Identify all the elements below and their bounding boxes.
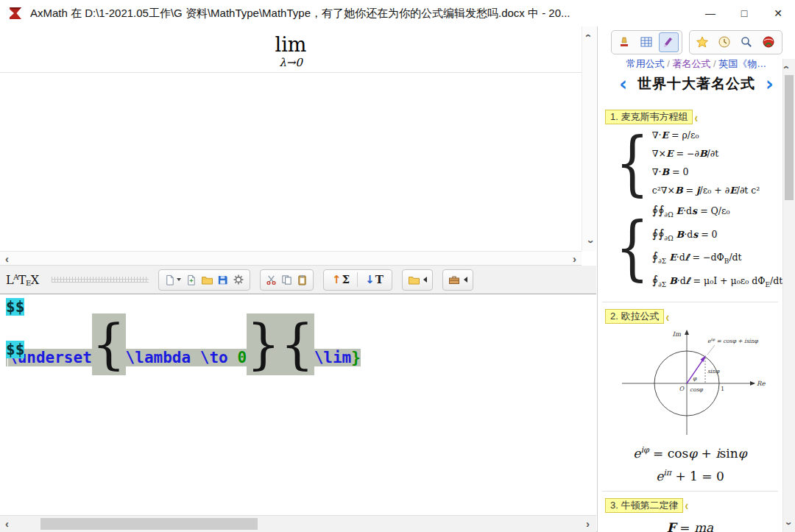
open-file-button[interactable] [199,271,215,288]
scroll-left-icon[interactable]: ‹ [5,518,9,529]
save-icon [217,274,228,285]
maxwell-equation: ∮∮∂Ω E·ds = Q/ε₀ [652,201,782,224]
cos-label: cosφ [690,386,704,393]
table-button[interactable] [637,32,657,52]
table-icon [640,35,653,49]
to-text-button[interactable]: ↓ T [360,271,389,288]
sidebar-tab[interactable]: 常用公式 [626,58,665,69]
scroll-down-icon[interactable]: ‹ [584,240,595,244]
sidebar-scrollbar[interactable]: ‹ ‹ [782,59,795,532]
section-tag-newton[interactable]: 3. 牛顿第二定律 ‹ [605,498,782,513]
preview-vertical-scrollbar[interactable]: ‹ ‹ [582,26,596,251]
latex-source-editor[interactable]: $$\underset{\lambda \to 0}{\lim}$$ [0,294,596,515]
brace-decoration: { [615,212,649,282]
save-button[interactable] [215,271,230,288]
tag-label[interactable]: 2. 欧拉公式 [605,309,664,324]
formula-item[interactable]: F = ma [598,520,782,532]
editor-line: \underset{\lambda \to 0}{\lim} [6,318,596,339]
close-button[interactable]: ✕ [761,0,795,26]
logo-letter: L [6,273,13,287]
maximize-button[interactable]: □ [727,0,761,26]
toolbar-grip [52,277,149,283]
formula-folder-button[interactable] [402,269,433,291]
paste-button[interactable] [294,271,310,288]
sigma-label: Σ [342,273,350,286]
stamp-button[interactable] [615,32,635,52]
search-button[interactable] [737,32,757,52]
logo-letter: A [13,273,18,281]
brace-decoration: { [615,127,649,197]
new-document-icon [186,274,197,285]
symbols-toolbox-button[interactable] [442,269,473,291]
down-arrow-icon: ↓ [365,273,375,286]
marker-icon [662,35,675,49]
minimize-button[interactable]: — [693,0,727,26]
collection-title: 世界十大著名公式 [637,74,755,93]
maxwell-differential-formula[interactable]: { ∇·E = ρ/ε₀∇×E = −∂B/∂t∇·B = 0c²∇×B = j… [615,126,782,199]
maxwell-equation: ∮∂Σ E·dℓ = −dΦB/dt [652,247,782,271]
latex-token: \to [200,349,228,366]
online-library-button[interactable] [759,32,779,52]
preview-horizontal-scrollbar[interactable]: ‹ › [0,251,582,266]
scissors-icon [266,274,277,285]
library-toolbar [598,26,795,57]
euler-circle-diagram[interactable]: Im Re O 1 φ cosφ sinφ eiφ = cosφ + isinφ [613,327,768,438]
insert-template-button[interactable] [162,271,183,288]
gear-icon [233,274,244,285]
toolbox-menu[interactable] [446,271,470,288]
latex-logo: L A T E X [6,273,44,287]
formula-item[interactable]: eiφ = cosφ + isinφ [598,445,782,461]
logo-letter: E [26,279,31,287]
formula-item[interactable]: eiπ + 1 = 0 [598,468,782,483]
settings-button[interactable] [230,271,247,288]
logo-letter: X [31,273,39,287]
euler-formulas: eiφ = cosφ + isinφeiπ + 1 = 0 [598,445,782,483]
preview-page-divider [0,72,582,73]
tag-label[interactable]: 3. 牛顿第二定律 [605,498,683,513]
up-arrow-icon: ↑ [332,273,342,286]
axmath-window: AxMath 在 D:\1-2021.05工作\G 资料\MathType\Ma… [0,0,795,532]
tab-separator: / [711,58,719,69]
prev-collection-button[interactable]: ‹ [619,74,627,93]
scroll-right-icon[interactable]: › [573,253,576,264]
t-label: T [375,273,384,286]
latex-token: { [92,313,126,375]
search-icon [740,35,753,49]
paste-icon [297,274,308,285]
main-horizontal-scrollbar[interactable]: ‹ › [0,515,596,532]
scroll-right-icon[interactable]: › [586,518,590,529]
scroll-up-icon[interactable]: ‹ [584,34,595,38]
maxwell-equation: ∮∮∂Ω B·ds = 0 [652,224,782,248]
sidebar-tab[interactable]: 著名公式 [673,58,711,69]
latex-token: \lambda [126,349,191,366]
formula-preview-pane[interactable]: lim λ→0 [0,26,582,251]
copy-button[interactable] [279,271,294,288]
scroll-up-icon[interactable]: ‹ [782,65,793,69]
latex-token [228,349,238,366]
cut-button[interactable] [264,271,279,288]
document-icon [164,274,175,285]
folder-icon [408,274,420,285]
scroll-left-icon[interactable]: ‹ [5,253,9,264]
history-button[interactable] [715,32,735,52]
button-divider [357,272,358,287]
scroll-down-icon[interactable]: ‹ [782,522,793,525]
maxwell-equation: ∇·E = ρ/ε₀ [652,126,760,144]
maxwell-integral-formula[interactable]: { ∮∮∂Ω E·ds = Q/ε₀∮∮∂Ω B·ds = 0∮∂Σ E·dℓ … [615,201,782,294]
section-tag-euler[interactable]: 2. 欧拉公式 ‹ [605,309,782,324]
marker-button[interactable] [659,32,679,52]
latex-token [191,349,200,366]
scrollbar-thumb[interactable] [785,75,794,200]
favorites-button[interactable] [693,32,713,52]
folder-menu[interactable] [406,271,429,288]
next-collection-button[interactable]: › [766,74,774,93]
formula-lim: lim [0,34,582,56]
scrollbar-thumb[interactable] [40,518,258,530]
maxwell-equation: ∇·B = 0 [652,163,760,181]
to-formula-button[interactable]: ↑ Σ [327,271,355,288]
latex-token: } [247,313,280,375]
formula-limit-subscript: λ→0 [0,56,582,69]
sidebar-tab[interactable]: 英国《物… [718,58,766,69]
new-document-button[interactable] [183,271,199,288]
rendered-formula: lim λ→0 [0,34,582,69]
